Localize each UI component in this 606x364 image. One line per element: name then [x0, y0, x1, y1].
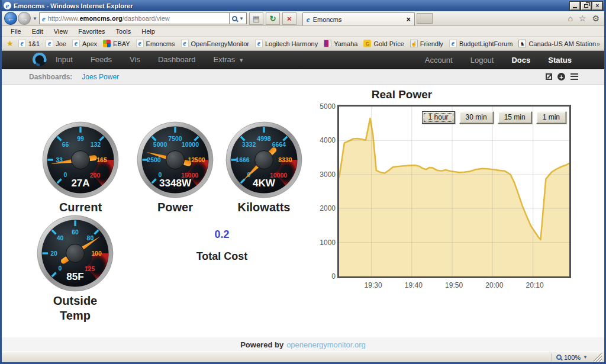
nav-item-dashboard[interactable]: Dashboard — [149, 50, 205, 70]
zoom-control[interactable]: 100% ▼ — [556, 353, 604, 362]
extras-caret-icon: ▼ — [237, 50, 244, 70]
favorite-apex[interactable]: eApex — [69, 38, 100, 49]
gauge-current: 033669913216520027ACurrent — [36, 121, 125, 213]
dashboard-list-icon[interactable] — [570, 73, 578, 80]
address-bar[interactable]: e http://www.emoncms.org/dashboard/view — [39, 12, 230, 24]
favorite-ebay[interactable]: EBAY — [100, 38, 133, 49]
zoom-dropdown-icon[interactable]: ▼ — [583, 355, 588, 360]
range-button-30-min[interactable]: 30 min — [459, 111, 494, 124]
favorite-1-1[interactable]: e1&1 — [15, 38, 43, 49]
favorite-joe[interactable]: eJoe — [43, 38, 69, 49]
search-segment[interactable]: ▼ — [230, 12, 247, 24]
add-favorite-icon[interactable]: ★ — [5, 39, 15, 48]
tab-close-icon[interactable]: × — [407, 15, 411, 24]
nav-item-vis[interactable]: Vis — [121, 50, 149, 70]
zoom-level: 100% — [564, 354, 581, 361]
favorites-overflow-chevron[interactable]: » — [597, 40, 601, 47]
nav-item-account[interactable]: Account — [416, 51, 462, 69]
nav-item-status[interactable]: Status — [539, 51, 581, 69]
y-axis-tick-label: 3000 — [308, 170, 336, 179]
menu-file[interactable]: File — [5, 27, 27, 36]
favorite-label: Friendly — [420, 40, 443, 47]
svg-text:7500: 7500 — [168, 135, 182, 142]
recent-pages-dropdown-icon[interactable]: ▼ — [33, 16, 37, 21]
nav-item-docs[interactable]: Docs — [502, 51, 539, 69]
favorite-budgetlightforum[interactable]: eBudgetLightForum — [446, 38, 516, 49]
favorite-icon-canada: ♞ — [518, 40, 526, 47]
favorite-icon-ie: e — [449, 40, 457, 47]
nav-item-input[interactable]: Input — [47, 50, 82, 70]
stop-button[interactable]: × — [282, 12, 296, 25]
emoncms-logo-icon[interactable] — [33, 53, 47, 67]
range-button-1-min[interactable]: 1 min — [536, 111, 566, 124]
browser-tab[interactable]: e Emoncms × — [302, 12, 415, 25]
new-tab-button[interactable] — [417, 13, 433, 24]
home-icon[interactable]: ⌂ — [568, 14, 572, 23]
dashboards-label: Dashboards: — [29, 73, 72, 81]
gauge-caption-temp: Temp — [31, 310, 120, 321]
favorite-icon-ie: e — [18, 40, 26, 47]
nav-item-feeds[interactable]: Feeds — [82, 50, 121, 70]
total-cost-value: 0.2 — [163, 228, 281, 241]
openenergymonitor-link[interactable]: openenergymonitor.org — [286, 340, 366, 349]
svg-text:132: 132 — [91, 141, 101, 148]
search-dropdown-icon[interactable]: ▼ — [239, 16, 244, 21]
gauge-caption-power: Power — [131, 201, 220, 213]
svg-text:80: 80 — [87, 234, 94, 241]
back-button[interactable]: ← — [4, 12, 17, 25]
menu-tools[interactable]: Tools — [111, 27, 137, 36]
favorite-label: Canada-US AM Station Info ... — [528, 40, 597, 47]
gauge-value: 85F — [66, 271, 83, 282]
edit-dashboard-icon[interactable] — [546, 73, 552, 80]
menu-view[interactable]: View — [49, 27, 73, 36]
x-axis-tick-label: 19:30 — [360, 281, 386, 289]
menu-favorites[interactable]: Favorites — [73, 27, 110, 36]
forward-button[interactable]: → — [18, 12, 31, 25]
dashboard-link-joes-power[interactable]: Joes Power — [82, 73, 119, 81]
favorite-yamaha[interactable]: Yamaha — [321, 38, 360, 49]
x-axis-tick-label: 20:00 — [481, 281, 507, 289]
favorite-emoncms[interactable]: eEmoncms — [133, 38, 178, 49]
menu-edit[interactable]: Edit — [27, 27, 49, 36]
add-dashboard-icon[interactable]: + — [557, 73, 565, 80]
favorite-logitech-harmony[interactable]: eLogitech Harmony — [252, 38, 321, 49]
favorite-icon-ebay — [103, 40, 111, 47]
refresh-button[interactable]: ↻ — [266, 12, 280, 25]
y-axis-tick-label: 0 — [308, 272, 336, 281]
restore-button[interactable] — [581, 2, 591, 10]
favorite-label: Yamaha — [334, 40, 357, 47]
svg-text:20: 20 — [50, 250, 57, 257]
favorite-icon-ie: e — [136, 40, 144, 47]
svg-text:40: 40 — [57, 234, 64, 241]
favorite-icon-ie: e — [46, 40, 53, 47]
nav-item-logout[interactable]: Logout — [462, 51, 503, 69]
favorite-canada-us-am-station-info[interactable]: ♞Canada-US AM Station Info ... — [515, 38, 597, 49]
chart-title: Real Power — [339, 88, 465, 101]
favorite-openenergymonitor[interactable]: eOpenEnergyMonitor — [178, 38, 252, 49]
compatibility-view-button[interactable]: ▤ — [249, 12, 263, 25]
real-power-chart: 1 hour30 min15 min1 min — [337, 105, 571, 278]
menu-help[interactable]: Help — [136, 27, 160, 36]
url-path: /dashboard/view — [123, 15, 170, 22]
range-button-15-min[interactable]: 15 min — [498, 111, 532, 124]
svg-text:125: 125 — [85, 265, 95, 272]
gauge-caption-kilowatts: Kilowatts — [220, 201, 308, 213]
resize-grip[interactable] — [594, 353, 602, 362]
powered-by-text: Powered by — [240, 340, 283, 349]
favorites-star-icon[interactable]: ☆ — [579, 14, 586, 23]
favorite-gold-price[interactable]: GGold Price — [360, 38, 407, 49]
favorite-label: Gold Price — [373, 40, 404, 47]
emoncms-navbar: InputFeedsVisDashboardExtras▼ AccountLog… — [2, 51, 604, 69]
settings-gear-icon[interactable]: ⚙ — [592, 14, 599, 23]
navigation-toolbar: ← → ▼ e http://www.emoncms.org/dashboard… — [2, 11, 604, 26]
gauge-dial: 02040608010012585F — [37, 215, 114, 292]
svg-text:5000: 5000 — [153, 141, 167, 148]
gauge-dial: 033669913216520027A — [42, 121, 119, 198]
minimize-button[interactable] — [570, 2, 580, 10]
favorite-friendly[interactable]: ☝Friendly — [407, 38, 446, 49]
favorite-icon-ie: e — [181, 40, 189, 47]
close-button[interactable]: × — [592, 2, 602, 10]
zoom-magnifier-icon — [556, 355, 562, 360]
range-button-1-hour[interactable]: 1 hour — [422, 111, 455, 124]
favorite-label: Apex — [82, 40, 97, 47]
